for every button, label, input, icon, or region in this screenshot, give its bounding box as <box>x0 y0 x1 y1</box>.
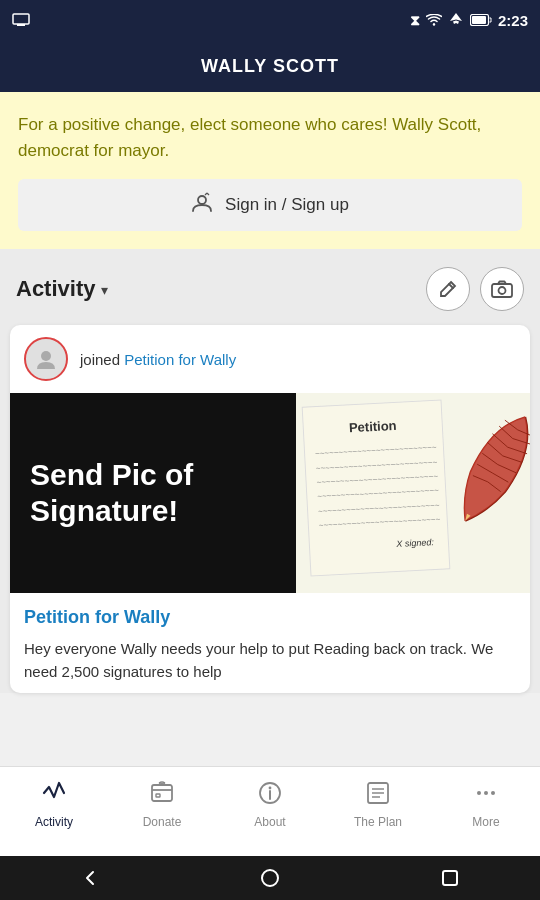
svg-point-2 <box>433 23 435 25</box>
svg-rect-37 <box>443 871 457 885</box>
svg-rect-0 <box>13 14 29 24</box>
activity-action-icons <box>426 267 524 311</box>
petition-paper-title: Petition <box>313 415 432 439</box>
screen-icon <box>12 13 32 27</box>
activity-nav-icon <box>40 779 68 811</box>
svg-point-28 <box>269 787 272 790</box>
svg-rect-4 <box>472 16 486 24</box>
theplan-nav-icon <box>364 779 392 811</box>
card-petition-title[interactable]: Petition for Wally <box>24 607 516 628</box>
recents-button[interactable] <box>440 868 460 888</box>
feed-card: joined Petition for Wally Send Pic of Si… <box>10 325 530 693</box>
back-button[interactable] <box>80 868 100 888</box>
petition-link[interactable]: Petition for Wally <box>124 351 236 368</box>
camera-button[interactable] <box>480 267 524 311</box>
svg-point-8 <box>41 351 51 361</box>
svg-point-5 <box>198 196 206 204</box>
airplane-icon <box>448 12 464 29</box>
svg-point-7 <box>499 287 506 294</box>
activity-header: Activity ▾ <box>0 249 540 325</box>
svg-rect-6 <box>492 284 512 297</box>
status-right: ⧗ 2:23 <box>410 12 528 29</box>
nav-item-about[interactable]: About <box>216 775 324 829</box>
svg-rect-1 <box>17 24 25 26</box>
join-action-text: joined Petition for Wally <box>80 351 236 368</box>
app-header: WALLY SCOTT <box>0 40 540 92</box>
feather-svg <box>437 398 530 541</box>
more-nav-label: More <box>472 815 499 829</box>
nav-item-activity[interactable]: Activity <box>0 775 108 829</box>
theplan-nav-label: The Plan <box>354 815 402 829</box>
activity-title-row[interactable]: Activity ▾ <box>16 276 108 302</box>
petition-image-banner: Send Pic of Signature! Petition ~~~~~~~~… <box>10 393 530 593</box>
nav-item-the-plan[interactable]: The Plan <box>324 775 432 829</box>
status-left <box>12 13 32 27</box>
feed-user-row: joined Petition for Wally <box>10 325 530 393</box>
nav-item-donate[interactable]: Donate <box>108 775 216 829</box>
status-bar: ⧗ 2:23 <box>0 0 540 40</box>
activity-nav-label: Activity <box>35 815 73 829</box>
more-nav-icon <box>472 779 500 811</box>
petition-signed-line: X signed: <box>396 536 434 551</box>
user-icon <box>191 192 213 219</box>
home-button[interactable] <box>260 868 280 888</box>
card-content: Petition for Wally Hey everyone Wally ne… <box>10 593 530 693</box>
hero-banner: For a positive change, elect someone who… <box>0 92 540 249</box>
time-display: 2:23 <box>498 12 528 29</box>
android-nav-bar <box>0 856 540 900</box>
chevron-down-icon: ▾ <box>101 282 108 298</box>
wifi-icon <box>426 12 442 29</box>
battery-icon <box>470 12 492 29</box>
about-nav-label: About <box>254 815 285 829</box>
petition-paper-lines: ~~~~~~~~~~~~~~~~~~~~~~~~~~ ~~~~~~~~~~~~~… <box>315 441 437 533</box>
card-description: Hey everyone Wally needs your help to pu… <box>24 638 516 683</box>
svg-rect-23 <box>152 785 172 801</box>
svg-point-35 <box>491 791 495 795</box>
activity-title: Activity <box>16 276 95 302</box>
bluetooth-icon: ⧗ <box>410 12 420 29</box>
hero-tagline: For a positive change, elect someone who… <box>18 112 522 163</box>
avatar <box>24 337 68 381</box>
petition-paper: Petition ~~~~~~~~~~~~~~~~~~~~~~~~~~ ~~~~… <box>302 399 451 576</box>
petition-cta-text: Send Pic of Signature! <box>30 457 276 529</box>
svg-point-34 <box>484 791 488 795</box>
donate-nav-icon <box>148 779 176 811</box>
signin-label: Sign in / Sign up <box>225 195 349 215</box>
app-title: WALLY SCOTT <box>201 56 339 77</box>
svg-point-36 <box>262 870 278 886</box>
petition-image-left: Send Pic of Signature! <box>10 393 296 593</box>
about-nav-icon <box>256 779 284 811</box>
main-content: Activity ▾ <box>0 249 540 693</box>
bottom-nav: Activity Donate About <box>0 766 540 856</box>
donate-nav-label: Donate <box>143 815 182 829</box>
petition-image-right: Petition ~~~~~~~~~~~~~~~~~~~~~~~~~~ ~~~~… <box>296 393 530 593</box>
joined-label: joined <box>80 351 120 368</box>
signin-button[interactable]: Sign in / Sign up <box>18 179 522 231</box>
svg-point-33 <box>477 791 481 795</box>
edit-button[interactable] <box>426 267 470 311</box>
svg-rect-24 <box>156 794 160 797</box>
nav-item-more[interactable]: More <box>432 775 540 829</box>
